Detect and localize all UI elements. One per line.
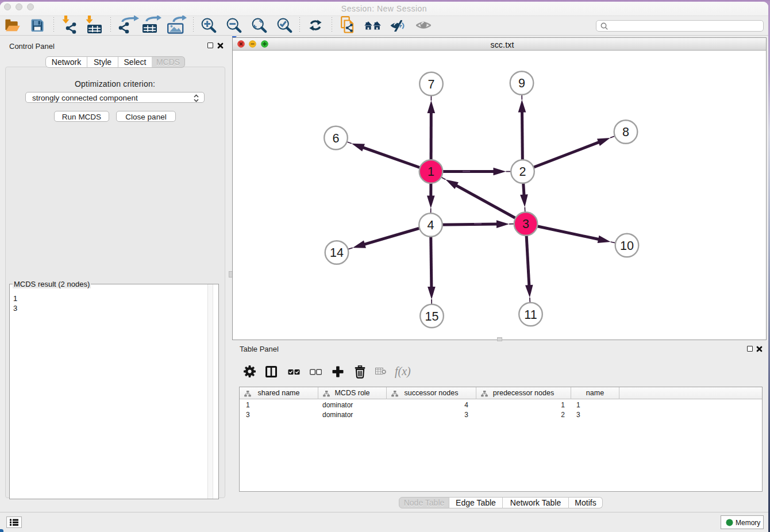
- svg-text:6: 6: [333, 132, 340, 145]
- svg-text:4: 4: [428, 218, 434, 232]
- svg-text:8: 8: [622, 125, 629, 139]
- svg-text:3: 3: [522, 217, 529, 231]
- svg-text:7: 7: [428, 78, 435, 91]
- svg-text:14: 14: [330, 246, 344, 260]
- svg-text:10: 10: [620, 239, 634, 253]
- svg-text:11: 11: [524, 308, 537, 322]
- svg-text:1: 1: [428, 165, 434, 179]
- svg-text:2: 2: [519, 165, 526, 179]
- svg-text:9: 9: [518, 76, 525, 90]
- svg-text:15: 15: [425, 310, 439, 323]
